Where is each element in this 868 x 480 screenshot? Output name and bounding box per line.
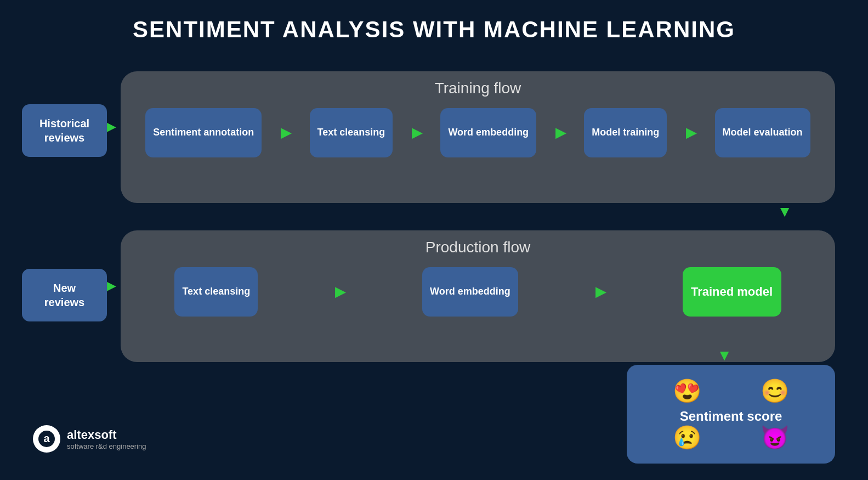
- diagram-area: Historical reviews ▶ Training flow Senti…: [11, 55, 857, 469]
- sad-emoji: 😢: [673, 424, 701, 451]
- trained-model-node: Trained model: [683, 267, 781, 317]
- altexsoft-logo-icon: a: [33, 425, 60, 453]
- word-embedding-train-node: Word embedding: [440, 108, 536, 157]
- hist-to-flow-arrow: ▶: [107, 120, 116, 134]
- new-to-flow-arrow: ▶: [107, 279, 116, 293]
- model-evaluation-node: Model evaluation: [715, 108, 810, 157]
- arrow-3: ▶: [555, 125, 565, 140]
- happy-emoji: 😊: [761, 377, 789, 404]
- new-reviews-label: New reviews: [44, 282, 84, 308]
- arrow-2: ▶: [412, 125, 422, 140]
- text-cleansing-prod-label: Text cleansing: [182, 285, 250, 298]
- training-flow-container: Training flow Sentiment annotation ▶ Tex…: [121, 71, 835, 203]
- word-embedding-train-label: Word embedding: [448, 126, 529, 139]
- text-cleansing-prod-node: Text cleansing: [174, 267, 258, 317]
- training-flow-label: Training flow: [137, 80, 819, 97]
- logo-area: a altexsoft software r&d engineering: [33, 425, 146, 453]
- historical-reviews-node: Historical reviews: [22, 104, 107, 157]
- historical-reviews-label: Historical reviews: [39, 117, 89, 144]
- training-to-production-arrow: ▼: [777, 204, 792, 219]
- new-reviews-node: New reviews: [22, 269, 107, 321]
- sentiment-annotation-node: Sentiment annotation: [145, 108, 262, 157]
- training-nodes-row: Sentiment annotation ▶ Text cleansing ▶ …: [137, 108, 819, 157]
- production-nodes-row: Text cleansing ▶ Word embedding ▶ Traine…: [137, 267, 819, 317]
- emoji-bottom-row: 😢 😈: [627, 424, 835, 451]
- word-embedding-prod-node: Word embedding: [422, 267, 518, 317]
- text-cleansing-train-label: Text cleansing: [317, 126, 385, 139]
- logo-text: altexsoft software r&d engineering: [67, 428, 146, 450]
- page-title: SENTIMENT ANALYSIS WITH MACHINE LEARNING: [0, 0, 868, 43]
- heart-eyes-emoji: 😍: [673, 377, 701, 404]
- svg-text:a: a: [43, 432, 50, 444]
- arrow-6: ▶: [595, 284, 605, 300]
- model-evaluation-label: Model evaluation: [723, 126, 803, 139]
- sentiment-score-box: 😍 😊 Sentiment score 😢 😈: [627, 365, 835, 464]
- arrow-4: ▶: [686, 125, 696, 140]
- altexsoft-logo-svg: a: [38, 430, 55, 448]
- sentiment-annotation-label: Sentiment annotation: [153, 126, 254, 139]
- arrow-5: ▶: [335, 284, 345, 300]
- word-embedding-prod-label: Word embedding: [430, 285, 510, 298]
- logo-tagline: software r&d engineering: [67, 442, 146, 450]
- production-flow-label: Production flow: [137, 239, 819, 256]
- trained-model-label: Trained model: [691, 284, 773, 300]
- logo-name: altexsoft: [67, 428, 146, 442]
- model-training-node: Model training: [584, 108, 667, 157]
- emoji-top-row: 😍 😊: [627, 377, 835, 404]
- sentiment-score-label: Sentiment score: [680, 409, 782, 424]
- arrow-1: ▶: [281, 125, 291, 140]
- model-training-label: Model training: [592, 126, 659, 139]
- devil-emoji: 😈: [761, 424, 789, 451]
- text-cleansing-train-node: Text cleansing: [310, 108, 393, 157]
- to-sentiment-arrow: ▼: [717, 348, 732, 363]
- production-flow-container: Production flow Text cleansing ▶ Word em…: [121, 230, 835, 362]
